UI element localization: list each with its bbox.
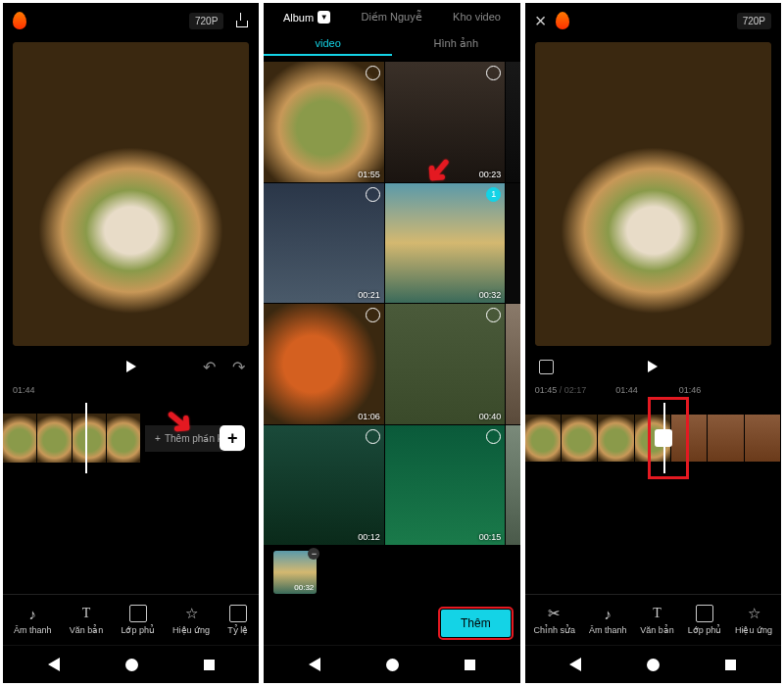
- tool-effects[interactable]: Hiệu ứng: [172, 605, 210, 635]
- toolbar: Âm thanh Văn bản Lớp phủ Hiệu ứng Tỷ lệ: [3, 594, 259, 645]
- playback-controls: [525, 350, 781, 383]
- add-bar: Thêm: [264, 602, 519, 645]
- close-icon[interactable]: ×: [535, 10, 547, 32]
- nav-home-icon[interactable]: [647, 659, 660, 671]
- preview-image: [13, 42, 249, 346]
- preview-image: [535, 42, 771, 346]
- subtab-image[interactable]: Hình ảnh: [392, 37, 520, 56]
- tool-edit[interactable]: Chỉnh sửa: [534, 605, 576, 635]
- android-navbar: [525, 645, 781, 683]
- add-clip-button[interactable]: +: [220, 425, 245, 451]
- export-icon[interactable]: [233, 13, 249, 28]
- selected-clip[interactable]: −00:32: [273, 551, 317, 594]
- nav-back-icon[interactable]: [309, 658, 320, 671]
- flame-icon: [556, 12, 569, 29]
- media-cell[interactable]: 01:06: [264, 304, 384, 424]
- nav-back-icon[interactable]: [569, 658, 581, 671]
- media-grid: 01:55 00:23 02:43 00:21 100:32 00:12 01:…: [264, 62, 519, 545]
- nav-recent-icon[interactable]: [725, 660, 736, 670]
- media-cell[interactable]: 02:43: [506, 62, 519, 182]
- editor-panel-1: 720P ↶ ↷ 01:44 +Thêm phần kết + ➜ Âm tha…: [3, 3, 259, 683]
- tool-audio[interactable]: Âm thanh: [14, 605, 52, 635]
- media-cell[interactable]: 00:15: [385, 425, 506, 546]
- quality-badge[interactable]: 720P: [737, 13, 771, 29]
- flame-icon: [13, 12, 26, 29]
- album-panel: Album▼ Diềm Nguyễ Kho video video Hình ả…: [264, 3, 519, 683]
- media-cell[interactable]: 00:25: [506, 425, 519, 546]
- fullscreen-icon[interactable]: [539, 360, 554, 374]
- nav-recent-icon[interactable]: [204, 660, 215, 670]
- playhead[interactable]: [85, 403, 87, 473]
- tab-album[interactable]: Album▼: [283, 11, 330, 24]
- nav-back-icon[interactable]: [48, 658, 60, 671]
- media-type-tabs: video Hình ảnh: [264, 31, 519, 62]
- redo-icon[interactable]: ↷: [232, 358, 245, 376]
- tool-text[interactable]: Văn bản: [70, 605, 104, 635]
- timeline[interactable]: +Thêm phần kết +: [3, 403, 259, 473]
- topbar: × 720P: [525, 3, 781, 38]
- topbar: 720P: [3, 3, 259, 38]
- remove-icon[interactable]: −: [308, 548, 319, 560]
- selection-tray: −00:32: [264, 545, 519, 602]
- video-preview[interactable]: [535, 42, 771, 346]
- time-info: 01:45 / 02:1701:4401:46: [525, 383, 781, 397]
- clip-thumbs[interactable]: [3, 414, 141, 463]
- play-icon[interactable]: [126, 361, 136, 372]
- nav-home-icon[interactable]: [125, 659, 138, 671]
- media-cell[interactable]: 00:12: [264, 425, 384, 546]
- select-circle-selected[interactable]: 1: [486, 187, 501, 202]
- select-circle[interactable]: [366, 66, 380, 80]
- editor-panel-3: × 720P 01:45 / 02:1701:4401:46 Chỉnh sửa…: [525, 3, 781, 683]
- tab-diem[interactable]: Diềm Nguyễ: [361, 11, 421, 24]
- tool-overlay[interactable]: Lớp phủ: [121, 605, 155, 635]
- timeline[interactable]: [525, 403, 781, 473]
- play-icon[interactable]: [648, 361, 658, 372]
- toolbar: Chỉnh sửa Âm thanh Văn bản Lớp phủ Hiệu …: [525, 594, 781, 645]
- playback-controls: ↶ ↷: [3, 350, 259, 383]
- tool-text[interactable]: Văn bản: [640, 605, 674, 635]
- media-cell[interactable]: 100:32: [385, 183, 506, 304]
- media-cell[interactable]: 01:55: [264, 62, 384, 182]
- video-preview[interactable]: [13, 42, 249, 346]
- android-navbar: [3, 645, 259, 683]
- media-cell[interactable]: 00:21: [264, 183, 384, 304]
- tool-effects[interactable]: Hiệu ứng: [735, 605, 772, 635]
- add-button[interactable]: Thêm: [441, 610, 511, 637]
- android-navbar: [264, 645, 519, 683]
- tool-overlay[interactable]: Lớp phủ: [688, 605, 722, 635]
- nav-recent-icon[interactable]: [465, 660, 475, 670]
- tab-kho[interactable]: Kho video: [453, 11, 501, 24]
- chevron-down-icon: ▼: [318, 11, 330, 24]
- tool-ratio[interactable]: Tỷ lệ: [227, 605, 248, 635]
- source-tabs: Album▼ Diềm Nguyễ Kho video: [264, 3, 519, 31]
- tool-audio[interactable]: Âm thanh: [589, 605, 627, 635]
- nav-home-icon[interactable]: [386, 659, 399, 671]
- media-cell[interactable]: 00:12: [506, 183, 519, 304]
- time-ruler: 01:44: [3, 383, 259, 397]
- media-cell[interactable]: 00:17: [506, 304, 519, 424]
- undo-icon[interactable]: ↶: [203, 358, 216, 376]
- media-cell[interactable]: 00:40: [385, 304, 506, 424]
- highlight-annotation: [648, 397, 689, 479]
- subtab-video[interactable]: video: [264, 37, 392, 56]
- quality-badge[interactable]: 720P: [189, 13, 223, 29]
